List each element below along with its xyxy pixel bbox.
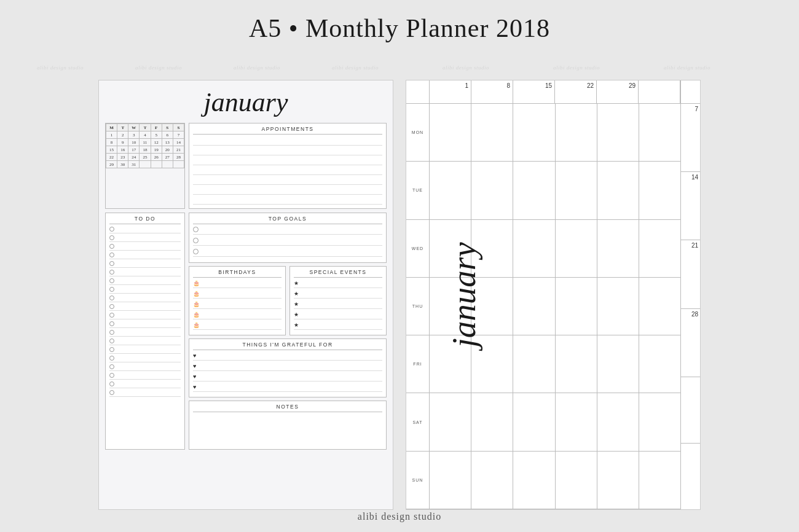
star-icon: ★ [294,280,299,286]
cal-day-cell [513,452,554,509]
todo-item [109,235,181,242]
todo-checkbox[interactable] [109,252,114,257]
cal-day-cell [471,335,513,393]
cal-day-cell [639,393,680,451]
todo-checkbox[interactable] [109,227,114,232]
todo-item [109,364,181,371]
todo-item [109,356,181,362]
todo-item [109,227,181,233]
cal-day: 7 [173,131,184,139]
cal-day-cell [430,335,471,393]
cal-day-cell [597,278,639,335]
special-events-title: SPECIAL EVENTS [294,269,382,278]
week-header: 15 [513,80,555,103]
cal-day: 5 [151,131,162,139]
todo-checkbox[interactable] [109,381,114,386]
cal-day-cell [639,104,680,162]
todo-checkbox[interactable] [109,338,114,343]
day-label-sat: SAT [406,393,429,451]
right-calendar-page: january MON TUE WED THU FRI SAT SUN 1 8 … [406,80,701,510]
row-num-header [681,80,700,104]
appointment-line [193,186,382,195]
cal-day: 23 [117,154,128,161]
todo-checkbox[interactable] [109,356,114,361]
cal-day: 28 [173,154,184,161]
todo-checkbox[interactable] [109,287,114,292]
left-planner-page: january M T W T F S S [98,80,393,510]
cal-day: 16 [117,146,128,154]
week-column-1 [430,104,471,509]
todo-item [109,244,181,251]
cal-day: 6 [162,131,173,139]
calendar-header-row: 1 8 15 22 29 [430,80,680,104]
todo-checkbox[interactable] [109,261,114,266]
cal-day: 24 [128,154,140,161]
day-label-fri: FRI [406,335,429,393]
todo-checkbox[interactable] [109,270,114,275]
cal-day-cell [556,162,597,219]
cal-day-cell [556,393,597,451]
todo-checkbox[interactable] [109,321,114,326]
cal-day: 15 [106,146,117,154]
goal-bullet [193,249,199,254]
birthday-item: 🎂 [193,280,281,288]
todo-item [109,338,181,345]
appointment-line [193,166,382,175]
goal-item [193,249,382,257]
todo-checkbox[interactable] [109,364,114,369]
cal-day [151,161,162,168]
cal-day: 27 [162,154,173,161]
grateful-item: ♥ [193,374,382,381]
cal-day-cell [556,278,597,335]
week-column-2 [471,104,513,509]
todo-checkbox[interactable] [109,313,114,318]
cake-icon: 🎂 [193,311,200,318]
todo-checkbox[interactable] [109,244,114,249]
birthday-item: 🎂 [193,291,281,299]
todo-checkbox[interactable] [109,373,114,378]
todo-checkbox[interactable] [109,330,114,335]
cal-day-cell [597,220,639,278]
special-event-item: ★ [294,280,382,288]
special-event-item: ★ [294,311,382,319]
week-header: 29 [597,80,639,103]
cal-day: 17 [128,146,140,154]
birthday-item: 🎂 [193,322,281,330]
cal-day-cell [430,278,471,335]
cal-day: 30 [117,161,128,168]
right-column: TOP GOALS BIRTHDAYS 🎂 🎂 🎂 🎂 🎂 SPECIAL EV… [189,213,387,450]
cal-header-t2: T [140,124,151,131]
todo-checkbox[interactable] [109,390,114,395]
todo-checkbox[interactable] [109,295,114,300]
cal-day: 9 [117,139,128,146]
top-goals-title: TOP GOALS [193,216,382,224]
page-title: A5 • Monthly Planner 2018 [0,14,799,43]
cake-icon: 🎂 [193,322,200,328]
cal-day: 31 [128,161,140,168]
notes-title: NOTES [193,404,382,412]
cal-day: 14 [173,139,184,146]
todo-checkbox[interactable] [109,235,114,240]
cal-day: 2 [117,131,128,139]
cal-day-cell [471,393,513,451]
todo-checkbox[interactable] [109,278,114,283]
cal-header-s: S [162,124,173,131]
birthdays-title: BIRTHDAYS [193,269,281,278]
goal-bullet [193,238,199,243]
row-number [681,444,700,509]
appointment-line [193,157,382,165]
cal-day-cell [513,220,554,278]
notes-section: NOTES [189,401,387,450]
cal-day-cell [471,452,513,509]
todo-item [109,287,181,294]
birthday-item: 🎂 [193,301,281,309]
special-event-item: ★ [294,301,382,309]
todo-checkbox[interactable] [109,304,114,309]
cal-day-cell [597,452,639,509]
todo-item [109,270,181,276]
cal-day-cell [430,452,471,509]
todo-checkbox[interactable] [109,347,114,352]
todo-item [109,321,181,328]
special-event-item: ★ [294,322,382,330]
watermark: alibi design studio [37,65,84,71]
